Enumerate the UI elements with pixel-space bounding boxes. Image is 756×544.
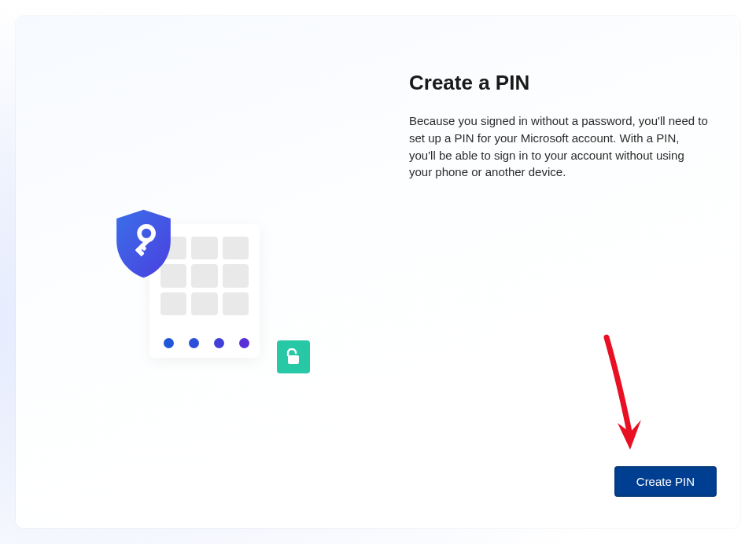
keypad-key <box>223 237 249 259</box>
content-column: Create a PIN Because you signed in witho… <box>409 16 740 528</box>
create-pin-button[interactable]: Create PIN <box>614 466 717 497</box>
unlock-icon <box>286 348 301 366</box>
pin-dot <box>189 338 199 348</box>
keypad-key <box>191 292 217 315</box>
pin-dot <box>214 338 224 348</box>
illustration-column <box>16 16 409 528</box>
keypad-key <box>223 264 249 287</box>
page-description: Because you signed in without a password… <box>409 112 708 181</box>
svg-rect-4 <box>288 355 299 364</box>
pin-dots <box>164 338 249 348</box>
dialog-panel: Create a PIN Because you signed in witho… <box>16 16 740 528</box>
keypad-key <box>191 264 217 287</box>
unlock-badge <box>277 340 310 373</box>
pin-illustration <box>110 216 315 373</box>
page-title: Create a PIN <box>409 71 717 95</box>
pin-dot <box>239 338 249 348</box>
keypad-key <box>160 292 186 315</box>
keypad-key <box>191 237 217 259</box>
keypad-key <box>223 292 249 315</box>
shield-key-icon <box>110 208 177 279</box>
pin-dot <box>164 338 174 348</box>
